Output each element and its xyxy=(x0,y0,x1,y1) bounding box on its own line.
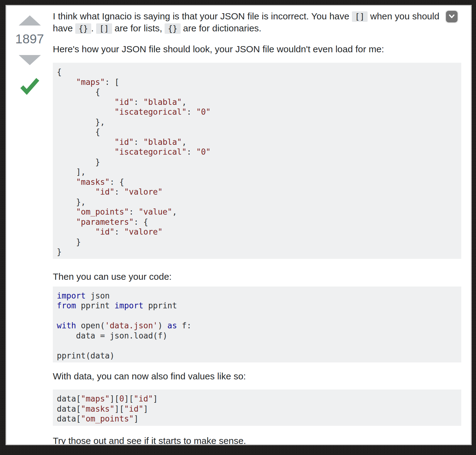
answer-paragraph-json-intro: Here's how your JSON file should look, y… xyxy=(53,43,461,55)
vote-count: 1897 xyxy=(15,32,44,46)
accepted-answer-checkmark-icon xyxy=(20,77,39,95)
answer-paragraph-values-intro: With data, you can now also find values … xyxy=(53,370,461,382)
code-block-value-access: data["maps"][0]["id"] data["masks"]["id"… xyxy=(53,390,461,426)
answer-body: I think what Ignacio is saying is that y… xyxy=(53,6,471,444)
code-block-python-usage: import json from pprint import pprint wi… xyxy=(53,287,461,363)
inline-code: [] xyxy=(352,11,368,22)
upvote-button[interactable] xyxy=(19,15,41,26)
chevron-down-icon xyxy=(448,14,455,19)
inline-code: [] xyxy=(96,23,112,34)
answer-paragraph-intro: I think what Ignacio is saying is that y… xyxy=(53,10,461,34)
answer-panel: 1897 I think what Ignacio is saying is t… xyxy=(6,5,472,445)
inline-code: {} xyxy=(165,23,180,34)
vote-column: 1897 xyxy=(6,6,53,444)
collapse-answer-button[interactable] xyxy=(446,11,458,22)
code-block-json-example: { "maps": [ { "id": "blabla", "iscategor… xyxy=(53,63,461,259)
inline-code: {} xyxy=(75,23,91,34)
answer-paragraph-outro: Try those out and see if it starts to ma… xyxy=(53,435,461,445)
answer-paragraph-code-intro: Then you can use your code: xyxy=(53,271,461,283)
downvote-button[interactable] xyxy=(19,55,41,65)
